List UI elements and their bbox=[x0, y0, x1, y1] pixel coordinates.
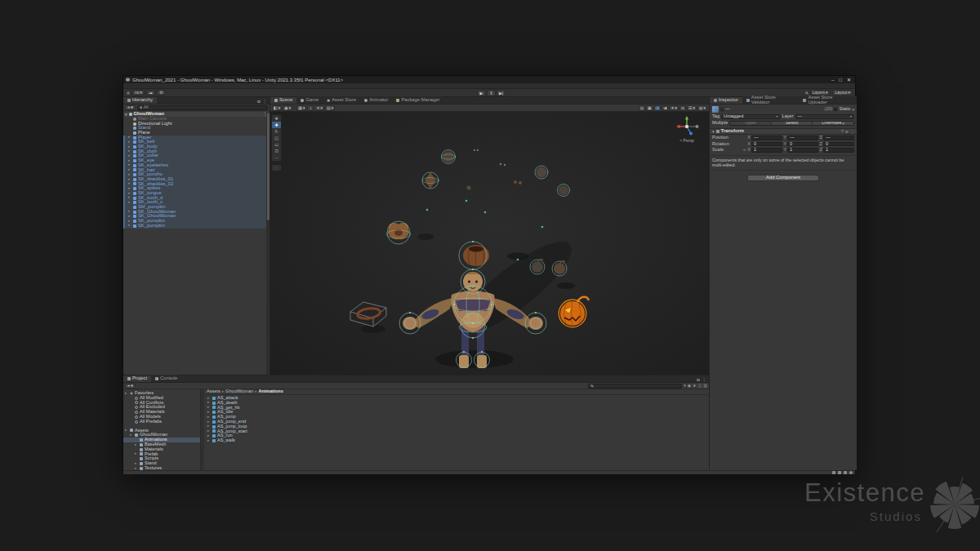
view-tab[interactable]: Package Manager bbox=[392, 96, 443, 104]
expander-icon[interactable]: ▸ bbox=[128, 215, 131, 219]
scene-search-dropdown[interactable]: ◍▾ bbox=[697, 105, 707, 111]
play-button[interactable]: ▶ bbox=[477, 90, 486, 96]
kebab-menu-icon[interactable]: ⋮ bbox=[263, 100, 268, 104]
expander-icon[interactable]: ▸ bbox=[128, 173, 131, 177]
settings-button[interactable]: ⚙ bbox=[157, 90, 165, 96]
expander-icon[interactable]: ▸ bbox=[207, 415, 211, 420]
camera-preview-toggle[interactable]: ▣ bbox=[646, 105, 653, 111]
hierarchy-scrollbar[interactable] bbox=[266, 112, 270, 375]
account-avatar[interactable] bbox=[126, 91, 131, 96]
inspector-tab[interactable]: Asset Store Validator bbox=[742, 96, 800, 104]
pumpkin-selected[interactable] bbox=[559, 297, 589, 327]
account-dropdown[interactable]: no▾ bbox=[132, 90, 145, 96]
floating-props[interactable] bbox=[422, 149, 570, 260]
prefab-select-button[interactable]: Select bbox=[772, 122, 813, 125]
tag-dropdown[interactable]: Untagged▾ bbox=[721, 114, 780, 119]
breadcrumb-ghoulwoman[interactable]: GhoulWoman bbox=[225, 389, 253, 394]
z-value-field[interactable]: 0 bbox=[823, 142, 854, 147]
scene-camera-dropdown[interactable]: ◘ bbox=[679, 105, 686, 111]
tree-row[interactable]: ▸ All Prefabs bbox=[123, 420, 200, 424]
search-by-type-icon[interactable]: ▾ bbox=[684, 384, 686, 388]
close-button[interactable]: ✕ bbox=[847, 78, 851, 82]
kebab-menu-icon[interactable]: ⋮ bbox=[702, 378, 707, 383]
z-value-field[interactable]: 1 bbox=[823, 148, 854, 153]
bottom-tab[interactable]: Console bbox=[151, 375, 181, 382]
minimize-button[interactable]: – bbox=[831, 78, 834, 82]
create-object-button[interactable]: +▾ bbox=[125, 105, 136, 110]
search-icon[interactable] bbox=[805, 91, 808, 94]
scrollbar-thumb[interactable] bbox=[267, 113, 270, 220]
link-scale-icon[interactable]: ∞ bbox=[742, 149, 746, 153]
audio-toggle[interactable]: ♪ bbox=[307, 105, 314, 111]
two-column-icon[interactable]: ▥ bbox=[703, 384, 707, 388]
chevron-down-icon[interactable]: ▾ bbox=[852, 108, 854, 112]
expander-icon[interactable]: ▸ bbox=[207, 411, 211, 415]
static-checkbox[interactable] bbox=[834, 108, 837, 111]
debug-mode-dropdown[interactable]: ◉▾ bbox=[283, 105, 292, 111]
active-checkbox[interactable]: – bbox=[720, 108, 724, 111]
lock-icon[interactable] bbox=[697, 379, 700, 382]
x-value-field[interactable]: 1 bbox=[751, 148, 782, 153]
kebab-menu-icon[interactable]: ⋮ bbox=[850, 130, 854, 134]
step-button[interactable]: ▶| bbox=[497, 90, 506, 96]
move-tool-button[interactable]: ✚ bbox=[272, 122, 281, 128]
projection-label[interactable]: < Persp bbox=[670, 139, 704, 143]
hierarchy-search-input[interactable]: All bbox=[137, 105, 268, 110]
crown-prop[interactable] bbox=[386, 221, 411, 244]
lock-icon[interactable] bbox=[257, 100, 261, 104]
expander-icon[interactable]: ▸ bbox=[125, 392, 128, 396]
scene-audio-toggle[interactable]: ◀ bbox=[662, 105, 668, 111]
foldout-icon[interactable]: ▾ bbox=[712, 130, 715, 134]
view-tool-button[interactable]: ✥ bbox=[272, 115, 281, 122]
inspector-tab[interactable]: Asset Store Uploader bbox=[799, 96, 857, 104]
expander-icon[interactable]: ▸ bbox=[128, 140, 131, 144]
prefab-overrides-dropdown[interactable]: Overrides▾ bbox=[813, 122, 853, 125]
view-tab[interactable]: Asset Store bbox=[323, 96, 360, 104]
visibility-toggle[interactable]: ◎ bbox=[639, 105, 645, 111]
expander-icon[interactable]: ▸ bbox=[128, 201, 131, 205]
expander-icon[interactable]: ▸ bbox=[128, 154, 131, 158]
ring-box-prop[interactable] bbox=[350, 302, 386, 327]
y-value-field[interactable]: 0 bbox=[787, 142, 818, 147]
create-asset-button[interactable]: +▾ bbox=[125, 384, 136, 389]
transform-component-header[interactable]: ▾ Transform ?⊜⋮ bbox=[710, 128, 857, 135]
view-tab[interactable]: Scene bbox=[270, 96, 296, 104]
view-tab[interactable]: Animator bbox=[360, 96, 392, 104]
expander-icon[interactable]: ▸ bbox=[135, 443, 138, 447]
cloud-button[interactable]: ☁ bbox=[146, 90, 155, 96]
effects-dropdown[interactable]: ✦▾ bbox=[314, 105, 324, 111]
help-icon[interactable]: ? bbox=[841, 130, 844, 134]
expander-icon[interactable]: ▾ bbox=[125, 113, 127, 117]
expander-icon[interactable]: ▸ bbox=[128, 187, 131, 191]
prefab-open-button[interactable]: Open bbox=[730, 122, 772, 125]
asset-row[interactable]: ▸ AS_walk bbox=[204, 438, 709, 443]
layer-dropdown[interactable]: —▾ bbox=[795, 114, 854, 119]
hierarchy-row[interactable]: ▸ SK_pumpkin › bbox=[123, 224, 270, 229]
breadcrumb-animations[interactable]: Animations bbox=[258, 389, 283, 394]
object-name-field[interactable]: — bbox=[725, 107, 823, 112]
custom-tool-button[interactable]: ⋯ bbox=[272, 154, 281, 161]
transform-tool-button[interactable]: ⊡ bbox=[272, 148, 281, 154]
expander-icon[interactable]: ▸ bbox=[135, 452, 138, 456]
x-value-field[interactable]: — bbox=[751, 136, 782, 140]
orientation-gizmo[interactable]: < Persp bbox=[670, 114, 704, 143]
title-bar[interactable]: GhoulWoman_2021 - GhoulWoman - Windows, … bbox=[123, 76, 855, 83]
expander-icon[interactable]: ▸ bbox=[130, 433, 133, 438]
hidden-packages-icon[interactable]: ◫ bbox=[698, 384, 702, 388]
view-tab[interactable]: Game bbox=[296, 96, 323, 104]
add-component-button[interactable]: Add Component bbox=[747, 175, 819, 181]
grid-dropdown[interactable]: ▦▾ bbox=[296, 105, 306, 111]
expander-icon[interactable]: ▸ bbox=[135, 462, 138, 466]
project-search-input[interactable] bbox=[588, 384, 682, 389]
y-value-field[interactable]: 1 bbox=[787, 148, 818, 153]
draw-mode-dropdown[interactable]: ◧▾ bbox=[272, 105, 282, 111]
maximize-button[interactable]: □ bbox=[839, 78, 842, 82]
scale-tool-button[interactable]: ◱ bbox=[272, 135, 281, 141]
expander-icon[interactable]: ▸ bbox=[125, 429, 128, 433]
overlay-menu-dropdown[interactable]: ▤▾ bbox=[325, 105, 335, 111]
rotate-tool-button[interactable]: ↻ bbox=[272, 128, 281, 135]
x-value-field[interactable]: 0 bbox=[751, 142, 782, 147]
bottom-tab[interactable]: Project bbox=[123, 375, 151, 382]
pause-button[interactable]: ‖ bbox=[487, 90, 496, 96]
fx-dropdown[interactable]: ✦▾ bbox=[669, 105, 679, 111]
